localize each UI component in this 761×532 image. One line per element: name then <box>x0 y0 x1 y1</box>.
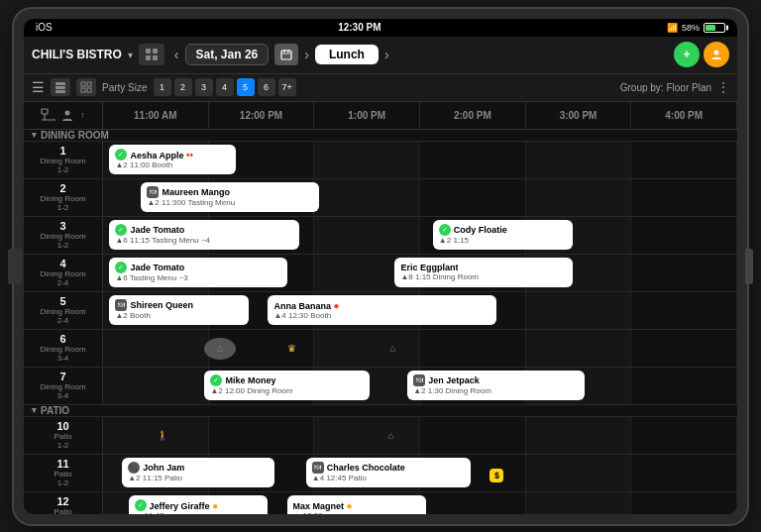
reservation-mike-money[interactable]: ✓ Mike Money ▲2 12:00 Dining Room <box>204 371 369 400</box>
table-6-bg <box>103 330 737 367</box>
table-column-header: ↑ <box>24 102 103 129</box>
floor-plan-button[interactable] <box>76 78 96 96</box>
reservation-jade-tomato-4[interactable]: ✓ Jade Tomato ▲6 Tasting Menu ~3 <box>109 258 286 287</box>
time-slot-1pm: 1:00 PM <box>314 102 420 129</box>
table-1-seats: 1-2 <box>57 165 69 174</box>
checked-in-icon: ✓ <box>135 499 147 511</box>
reservation-john-jam[interactable]: 📞 John Jam ▲2 11:15 Patio <box>122 458 274 487</box>
table-row-5: 5 Dining Room 2-4 <box>24 292 737 330</box>
restaurant-name[interactable]: CHILI'S BISTRO <box>32 48 122 61</box>
patio-label: PATIO <box>41 405 69 416</box>
restaurant-chevron-icon[interactable]: ▾ <box>128 50 133 60</box>
guests-button[interactable] <box>704 42 729 67</box>
next-date-button[interactable]: › <box>304 47 309 62</box>
party-size-5[interactable]: 5 <box>237 78 255 96</box>
reservation-charles-chocolate[interactable]: 🍽 Charles Chocolate ▲4 12:45 Patio <box>306 458 471 487</box>
svg-rect-12 <box>81 82 85 86</box>
svg-point-19 <box>65 111 70 116</box>
table-3-info: 3 Dining Room 1-2 <box>24 217 103 254</box>
time-slot-12pm: 12:00 PM <box>209 102 315 129</box>
res-guest-name: Jade Tomato <box>130 225 184 235</box>
res-details: ▲6 Tasting Menu ~3 <box>115 273 280 282</box>
action-buttons: + <box>674 42 729 67</box>
power-button[interactable] <box>745 249 753 284</box>
calendar-button[interactable] <box>274 44 298 65</box>
res-details: ▲2 1:30 Dining Room <box>413 386 579 395</box>
res-guest-name: Maureen Mango <box>162 187 230 197</box>
group-by-label[interactable]: Group by: Floor Plan <box>620 82 711 93</box>
res-details: ▲ 12:30 <box>293 511 421 514</box>
svg-rect-11 <box>55 90 65 93</box>
res-details: ▲2 11:00 Booth <box>115 160 230 169</box>
reservation-eric-eggplant[interactable]: Eric Eggplant ▲8 1:15 Dining Room <box>394 258 572 287</box>
reservation-jen-jetpack[interactable]: 🍽 Jen Jetpack ▲2 1:30 Dining Room <box>407 371 585 400</box>
table-row-3: 3 Dining Room 1-2 <box>24 217 737 255</box>
table-10-info: 10 Patio 1-2 <box>24 417 103 454</box>
table-row-12: 12 Patio 1-2 <box>24 492 737 514</box>
person-icon <box>60 108 74 122</box>
table-2-info: 2 Dining Room 1-2 <box>24 179 103 216</box>
patio-section-header[interactable]: ▾ PATIO <box>24 405 737 417</box>
volume-button[interactable] <box>8 249 22 284</box>
table-5-timeline: 🍽 Shireen Queen ▲2 Booth Anna Banana ● ▲… <box>103 292 737 329</box>
table-12-number: 12 <box>56 495 68 507</box>
table-row-11: 11 Patio 1-2 <box>24 455 737 492</box>
walk-icon: 🚶 <box>157 430 168 441</box>
reservation-aesha-apple[interactable]: ✓ Aesha Apple •• ▲2 11:00 Booth <box>109 145 236 174</box>
filter-bar: ☰ Party Size 1 2 3 <box>24 74 737 102</box>
guests-icon <box>710 49 722 60</box>
view-grid-button[interactable] <box>139 44 164 65</box>
reservation-max-magnet[interactable]: Max Magnet ● ▲ 12:30 <box>287 495 427 514</box>
res-details: ▲2 12:00 Dining Room <box>210 386 363 395</box>
table-layout-icon <box>41 108 56 122</box>
party-size-4[interactable]: 4 <box>216 78 234 96</box>
time-slot-4pm: 4:00 PM <box>631 102 737 129</box>
time-header: ↑ 11:00 AM 12:00 PM 1:00 PM 2:00 PM 3:00… <box>24 102 737 130</box>
reservation-jade-tomato-3[interactable]: ✓ Jade Tomato ▲6 11:15 Tasting Menu ~4 <box>109 220 299 250</box>
res-guest-name: Jen Jetpack <box>428 375 480 385</box>
reservation-maureen-mango[interactable]: 🍽 Maureen Mango ▲2 11:300 Tasting Menu <box>141 182 318 212</box>
prev-date-button[interactable]: ‹ <box>174 47 179 62</box>
reservation-anna-banana[interactable]: Anna Banana ● ▲4 12:30 Booth <box>268 295 495 325</box>
checked-in-icon: ✓ <box>115 149 127 160</box>
dining-room-section-header[interactable]: ▾ DINING ROOM <box>24 130 737 142</box>
svg-rect-16 <box>42 109 48 114</box>
ipad-frame: iOS 12:30 PM 📶 58% CHILI'S BISTRO ▾ <box>14 9 747 524</box>
time-slot-2pm: 2:00 PM <box>420 102 526 129</box>
dollar-icon: $ <box>489 469 503 482</box>
party-size-7plus[interactable]: 7+ <box>278 78 296 96</box>
group-by-menu-button[interactable]: ⋮ <box>717 80 729 94</box>
add-reservation-button[interactable]: + <box>674 42 700 67</box>
table-6-number: 6 <box>59 333 65 345</box>
view-toggle-button[interactable] <box>51 78 70 96</box>
filter-menu-button[interactable]: ☰ <box>32 79 45 95</box>
nav-arrows: ‹ <box>174 47 179 62</box>
reservation-shireen-queen[interactable]: 🍽 Shireen Queen ▲2 Booth <box>109 295 249 325</box>
next-meal-button[interactable]: › <box>384 47 389 62</box>
crown-icon: ♛ <box>287 343 296 354</box>
party-size-3[interactable]: 3 <box>195 78 213 96</box>
meal-period-selector[interactable]: Lunch <box>315 45 379 64</box>
patio-chevron-icon: ▾ <box>32 405 37 415</box>
party-size-6[interactable]: 6 <box>258 78 275 96</box>
svg-rect-15 <box>87 88 91 92</box>
res-guest-name: Jeffery Giraffe ● <box>150 500 219 511</box>
party-size-2[interactable]: 2 <box>174 78 192 96</box>
table-4-number: 4 <box>59 258 65 269</box>
reservation-cody-floatie[interactable]: ✓ Cody Floatie ▲2 1:15 <box>433 220 573 250</box>
svg-rect-14 <box>81 88 85 92</box>
reservation-jeffery-giraffe[interactable]: ✓ Jeffery Giraffe ● ▲ 11:45 <box>129 495 269 514</box>
table-3-number: 3 <box>59 220 65 232</box>
svg-rect-13 <box>87 82 91 86</box>
table-11-timeline: 📞 John Jam ▲2 11:15 Patio 🍽 Charles Choc… <box>103 455 737 491</box>
top-nav: CHILI'S BISTRO ▾ ‹ Sat, Jan 26 <box>24 37 737 74</box>
party-size-1[interactable]: 1 <box>154 78 171 96</box>
dollar-icon-area: $ <box>489 465 505 480</box>
svg-point-8 <box>714 51 719 55</box>
table-7-label: Dining Room <box>40 382 85 391</box>
date-display[interactable]: Sat, Jan 26 <box>185 44 270 65</box>
table-3-timeline: ✓ Jade Tomato ▲6 11:15 Tasting Menu ~4 ✓… <box>103 217 737 254</box>
res-guest-name: Eric Eggplant <box>400 263 458 272</box>
table-6-seats: 3-4 <box>57 354 69 363</box>
dining-room-tables: 1 Dining Room 1-2 <box>24 142 737 405</box>
